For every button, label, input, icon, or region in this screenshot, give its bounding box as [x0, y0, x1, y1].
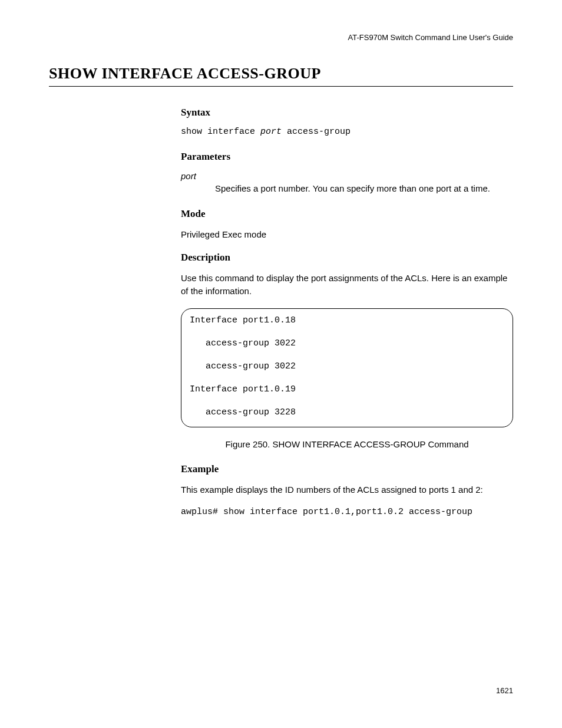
figure-caption: Figure 250. SHOW INTERFACE ACCESS-GROUP … [181, 439, 513, 449]
page-title-container: SHOW INTERFACE ACCESS-GROUP [49, 65, 513, 87]
description-section: Description Use this command to display … [181, 252, 513, 298]
parameters-heading: Parameters [181, 151, 513, 163]
example-command: awplus# show interface port1.0.1,port1.0… [181, 507, 513, 517]
example-text: This example displays the ID numbers of … [181, 483, 513, 496]
mode-text: Privileged Exec mode [181, 228, 513, 241]
syntax-command: show interface port access-group [181, 127, 513, 137]
syntax-heading: Syntax [181, 107, 513, 118]
mode-section: Mode Privileged Exec mode [181, 208, 513, 241]
syntax-param: port [260, 127, 282, 137]
output-example-box: Interface port1.0.18 access-group 3022 a… [181, 308, 513, 427]
description-heading: Description [181, 252, 513, 263]
mode-heading: Mode [181, 208, 513, 220]
example-heading: Example [181, 463, 513, 475]
header-guide-title: AT-FS970M Switch Command Line User's Gui… [348, 33, 513, 42]
content-area: Syntax show interface port access-group … [181, 103, 513, 517]
param-desc: Specifies a port number. You can specify… [215, 182, 513, 195]
param-name: port [181, 171, 513, 181]
description-text: Use this command to display the port ass… [181, 272, 513, 298]
page-title: SHOW INTERFACE ACCESS-GROUP [49, 65, 513, 83]
syntax-suffix: access-group [282, 127, 351, 137]
example-section: Example This example displays the ID num… [181, 463, 513, 517]
parameters-section: Parameters port Specifies a port number.… [181, 151, 513, 195]
syntax-section: Syntax show interface port access-group [181, 107, 513, 137]
syntax-prefix: show interface [181, 127, 260, 137]
page-number: 1621 [496, 686, 513, 695]
